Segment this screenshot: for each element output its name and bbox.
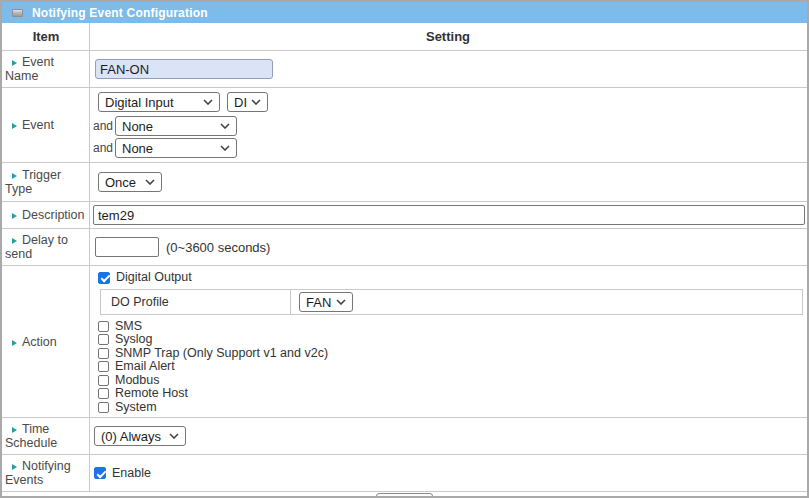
save-button[interactable]: Save: [376, 493, 434, 498]
event-name-label-cell: Event Name: [2, 51, 90, 87]
description-label: Description: [22, 208, 85, 222]
bullet-arrow-icon: [12, 123, 17, 129]
time-schedule-select[interactable]: (0) Always: [94, 426, 186, 446]
chevron-down-icon: [220, 145, 230, 151]
event-label: Event: [22, 118, 54, 132]
window-title: Notifying Event Configuration: [32, 6, 208, 20]
row-description: Description: [2, 202, 807, 229]
event-type-select[interactable]: Digital Input: [98, 92, 220, 112]
save-row: Save: [2, 492, 807, 498]
bullet-arrow-icon: [12, 427, 17, 433]
do-profile-select[interactable]: FAN: [299, 292, 353, 312]
table-header-row: Item Setting: [2, 23, 807, 51]
trigger-type-label-cell: Trigger Type: [2, 163, 90, 201]
event-label-cell: Event: [2, 88, 90, 162]
description-label-cell: Description: [2, 202, 90, 228]
do-profile-subtable: DO Profile FAN: [100, 289, 803, 315]
system-checkbox-row[interactable]: System: [98, 400, 803, 414]
row-action: Action Digital Output DO Profile FAN: [2, 266, 807, 418]
remote-host-checkbox-row[interactable]: Remote Host: [98, 387, 803, 401]
chevron-down-icon: [251, 99, 261, 105]
action-label: Action: [22, 335, 57, 349]
bullet-arrow-icon: [12, 464, 17, 470]
and-label: and: [93, 141, 115, 155]
titlebar: Notifying Event Configuration: [2, 2, 807, 23]
digital-output-checkbox-row[interactable]: Digital Output: [98, 269, 803, 286]
digital-output-checkbox[interactable]: [98, 272, 110, 284]
chevron-down-icon: [145, 179, 155, 185]
sms-checkbox-row[interactable]: SMS: [98, 319, 803, 333]
syslog-checkbox-row[interactable]: Syslog: [98, 333, 803, 347]
delay-label-cell: Delay to send: [2, 229, 90, 265]
trigger-type-select[interactable]: Once: [98, 172, 162, 192]
chevron-down-icon: [220, 123, 230, 129]
row-event-name: Event Name: [2, 51, 807, 88]
bullet-arrow-icon: [12, 213, 17, 219]
chevron-down-icon: [169, 433, 179, 439]
modbus-checkbox-row[interactable]: Modbus: [98, 373, 803, 387]
event-and2-select[interactable]: None: [115, 138, 237, 158]
remote-host-checkbox[interactable]: [98, 388, 109, 399]
event-and1-select[interactable]: None: [115, 116, 237, 136]
sms-checkbox[interactable]: [98, 321, 109, 332]
row-delay-to-send: Delay to send (0~3600 seconds): [2, 229, 807, 266]
enable-label: Enable: [112, 467, 151, 480]
notifying-event-configuration-window: Notifying Event Configuration Item Setti…: [0, 0, 809, 498]
bullet-arrow-icon: [12, 60, 17, 66]
do-profile-label: DO Profile: [111, 295, 169, 309]
time-schedule-label-cell: Time Schedule: [2, 418, 90, 454]
description-input[interactable]: [93, 205, 805, 225]
event-name-input[interactable]: [95, 59, 273, 79]
syslog-checkbox[interactable]: [98, 334, 109, 345]
row-trigger-type: Trigger Type Once: [2, 163, 807, 202]
action-label-cell: Action: [2, 266, 90, 417]
do-profile-label-cell: DO Profile: [101, 290, 291, 314]
enable-checkbox-row[interactable]: Enable: [94, 467, 803, 480]
email-alert-checkbox[interactable]: [98, 361, 109, 372]
enable-checkbox[interactable]: [94, 467, 106, 479]
chevron-down-icon: [203, 99, 213, 105]
column-header-item: Item: [33, 29, 60, 44]
system-checkbox[interactable]: [98, 402, 109, 413]
snmp-trap-checkbox[interactable]: [98, 348, 109, 359]
row-event: Event Digital Input DI and None: [2, 88, 807, 163]
modbus-checkbox[interactable]: [98, 375, 109, 386]
column-header-setting-cell: Setting: [90, 23, 807, 50]
email-alert-checkbox-row[interactable]: Email Alert: [98, 360, 803, 374]
and-label: and: [93, 119, 115, 133]
chevron-down-icon: [336, 299, 346, 305]
window-panel-icon: [12, 9, 23, 17]
bullet-arrow-icon: [12, 173, 17, 179]
column-header-setting: Setting: [426, 29, 470, 44]
delay-input[interactable]: [95, 237, 159, 257]
row-time-schedule: Time Schedule (0) Always: [2, 418, 807, 455]
delay-hint: (0~3600 seconds): [166, 240, 270, 255]
row-notifying-events: Notifying Events Enable: [2, 455, 807, 492]
event-subtype-select[interactable]: DI: [227, 92, 268, 112]
bullet-arrow-icon: [12, 238, 17, 244]
notifying-events-label-cell: Notifying Events: [2, 455, 90, 491]
column-header-item-cell: Item: [2, 23, 90, 50]
bullet-arrow-icon: [12, 340, 17, 346]
digital-output-label: Digital Output: [116, 271, 192, 284]
snmp-trap-checkbox-row[interactable]: SNMP Trap (Only Support v1 and v2c): [98, 346, 803, 360]
action-options-list: SMS Syslog SNMP Trap (Only Support v1 an…: [98, 319, 803, 414]
do-profile-select-cell: FAN: [291, 290, 802, 314]
